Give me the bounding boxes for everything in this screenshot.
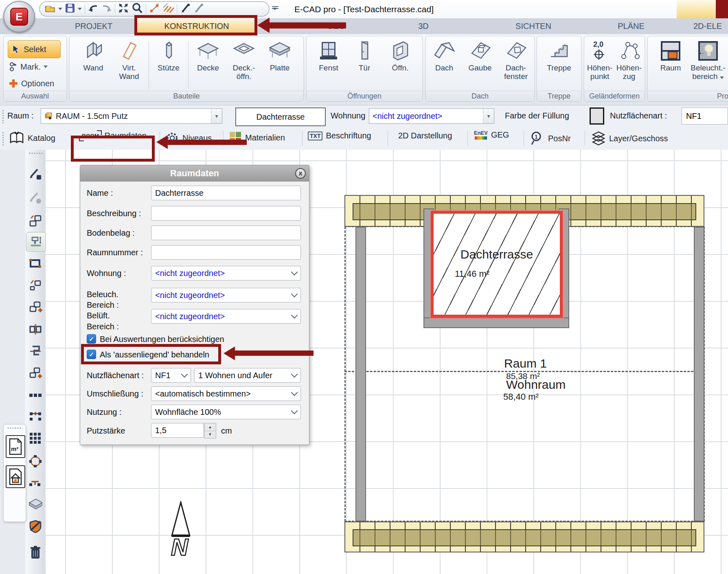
fenster-button[interactable]: Fenst [311,39,346,72]
room-frame-button[interactable] [29,256,42,270]
application-menu-button[interactable]: E [3,1,35,33]
toolbar-grip[interactable] [29,152,42,154]
pipette-tool-icon[interactable] [180,3,191,15]
grid-points-button[interactable] [29,432,42,445]
stuetze-button[interactable]: Stütze [151,39,186,72]
hatch-tool-icon[interactable] [162,3,174,15]
pipette-alt-tool-icon[interactable] [193,3,204,15]
decke-button[interactable]: Decke [190,39,226,72]
wohnung-combo[interactable]: <nicht zugeordnet> ▾ [369,108,494,124]
terrace-room-area[interactable] [431,211,563,318]
wall-right[interactable] [694,227,704,521]
auswertungen-checkbox[interactable]: ✓ [87,334,96,344]
raum-style-combo[interactable]: RAUM - 1.5cm Putz ▾ [41,108,222,124]
trash-button[interactable] [29,546,42,559]
posnr-button[interactable]: 1 PosNr [530,131,571,146]
circle-polygon-button[interactable] [29,454,42,468]
chevron-down-icon[interactable] [291,389,298,396]
palette-grip[interactable] [7,427,22,429]
platte-button[interactable]: Platte [262,39,298,72]
dialog-close-button[interactable]: X [295,168,306,179]
wall-left[interactable] [355,227,366,521]
dach-button[interactable]: Dach [426,39,462,72]
putzstaerke-stepper[interactable]: ▲ ▼ [204,423,216,438]
dachfenster-button[interactable]: Dach-fenster [498,39,534,81]
hoehenpunkt-button[interactable]: 2,0 Höhen-punkt [585,39,614,81]
wohnung-combo[interactable]: <nicht zugeordnet> [151,266,301,280]
merge-room-button[interactable] [29,344,42,358]
dots-row-button[interactable] [29,388,42,402]
chevron-down-icon[interactable] [291,269,298,276]
katalog-button[interactable]: Katalog [9,131,55,145]
stepper-down-icon[interactable]: ▼ [204,431,216,438]
tab-3d[interactable]: 3D [387,18,460,34]
apply-properties-button[interactable] [29,278,42,292]
measure-tool-icon[interactable] [149,3,160,15]
beleuch-combo[interactable]: <nicht zugeordnet> [151,288,301,302]
chevron-down-icon[interactable] [181,371,188,378]
open-file-dropdown-icon[interactable] [58,8,62,10]
oeffnung-button[interactable]: Öffn. [382,39,418,72]
stepper-up-icon[interactable]: ▲ [204,423,216,431]
umschliessung-combo[interactable]: <automatisch bestimmen> [151,386,301,401]
raum-style-dropdown-icon[interactable]: ▾ [211,109,222,123]
deckenoeffnung-button[interactable]: Deck.-öffn. [226,39,262,81]
tab-projekt[interactable]: PROJEKT [49,18,138,34]
open-file-button[interactable] [45,3,55,15]
room-name-field[interactable]: Dachterrasse [235,107,326,126]
add-property-button[interactable] [29,300,42,314]
measure-chain-button[interactable] [29,409,42,423]
zoom-extents-icon[interactable] [118,3,129,15]
chevron-down-icon[interactable] [291,312,298,319]
beschreibung-input[interactable] [151,206,301,221]
fill-color-swatch[interactable] [590,107,604,125]
terrace-wall-bottom[interactable] [423,318,569,328]
wohnung-dropdown-icon[interactable]: ▾ [483,109,494,123]
name-input[interactable]: Dachterrasse [151,186,301,200]
gaube-button[interactable]: Gaube [462,39,498,72]
chevron-down-icon[interactable] [291,291,298,298]
node-link-button[interactable] [29,476,42,490]
qat-customize-icon[interactable] [272,5,278,13]
split-room-button[interactable] [29,322,42,336]
beschriftung-button[interactable]: TXT Beschriftung [308,131,371,140]
raum-button[interactable]: Raum [653,39,689,72]
selekt-button[interactable]: Selekt [8,40,61,58]
toolbar-grip[interactable] [2,110,4,123]
save-dropdown-icon[interactable] [78,8,82,10]
layer-geschoss-button[interactable]: Layer/Geschoss [591,131,668,146]
niveau-transfer-button-pressed[interactable] [26,232,46,252]
nutzflaechenart-field[interactable]: NF1 [682,107,728,125]
nutzflaechenart-combo[interactable]: NF1 [151,368,191,383]
edit-room-pen-button[interactable] [29,168,42,182]
tab-plaene[interactable]: PLÄNE [590,18,672,34]
mark-dropdown-icon[interactable] [44,66,48,68]
toolbar-grip[interactable] [2,131,4,145]
bodenbelag-input[interactable] [151,226,301,240]
mark-button[interactable]: Mark. [9,61,48,72]
beleuchtungsbereich-button[interactable]: Beleucht.- bereich [689,39,728,81]
chevron-down-icon[interactable] [291,407,298,414]
tab-2d-ele[interactable]: 2D-ELE [687,18,728,34]
chevron-down-icon[interactable] [291,371,298,378]
wand-button[interactable]: Wand [75,39,111,72]
shield-disabled-button[interactable] [29,519,42,533]
darstellung-2d-button[interactable]: 2D Darstellung [398,131,452,140]
belueft-combo[interactable]: <nicht zugeordnet> [151,309,301,324]
treppe-button[interactable]: Treppe [541,39,577,72]
virt-wand-button[interactable]: Virt.Wand [111,39,147,81]
tab-sichten[interactable]: SICHTEN [485,18,582,34]
beleucht-dropdown-icon[interactable] [720,77,724,79]
undo-button[interactable] [88,3,99,15]
slab-3d-button[interactable] [29,497,42,511]
add-room-part-button[interactable] [29,366,42,380]
geg-button[interactable]: EnEV GEG [474,130,509,140]
zoom-search-icon[interactable] [132,2,143,15]
nutzung-combo[interactable]: Wohnfläche 100% [151,405,301,419]
redo-button[interactable] [101,3,112,15]
house-document-button[interactable] [6,465,25,488]
save-button[interactable] [65,3,75,15]
raumnummer-input[interactable] [151,245,301,260]
optionen-button[interactable]: Optionen [9,79,54,88]
area-document-button[interactable]: m² [6,435,25,458]
